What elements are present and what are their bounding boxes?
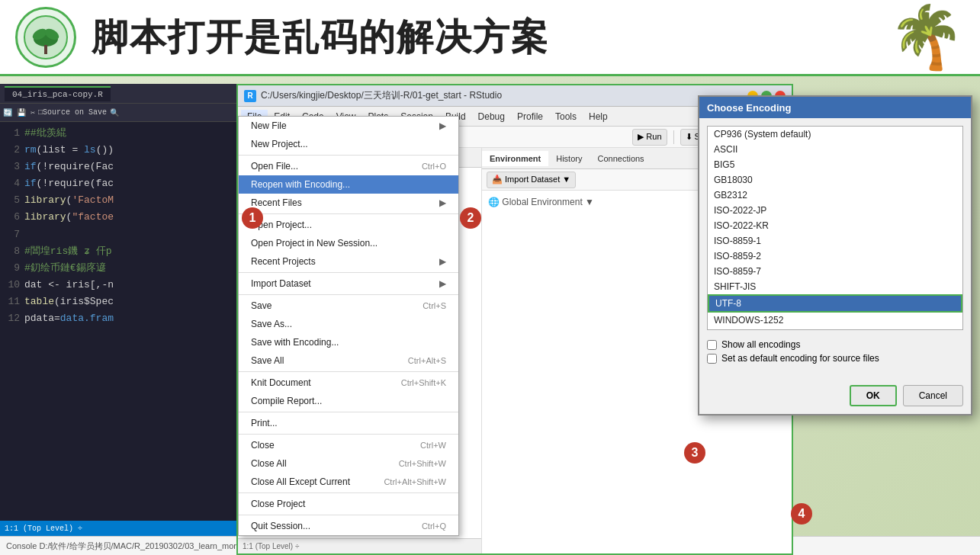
file-dropdown-menu: New File ▶ New Project... Open File... C… [238, 116, 459, 536]
code-line-8: 8#閶堭ris鐖 ʑ 仠p [0, 243, 237, 260]
encoding-dialog: Choose Encoding CP936 (System default) A… [698, 95, 972, 415]
menu-save-encoding[interactable]: Save with Encoding... [239, 333, 458, 351]
set-default-row: Set as default encoding for source files [707, 353, 963, 364]
sep4 [239, 294, 458, 295]
dialog-title: Choose Encoding [699, 97, 971, 118]
sep5 [239, 371, 458, 372]
step-4-label: 4 [791, 503, 812, 525]
ok-button[interactable]: OK [850, 385, 897, 406]
enc-big5[interactable]: BIG5 [708, 157, 962, 172]
dialog-buttons: OK Cancel [699, 380, 971, 414]
menu-profile[interactable]: Profile [511, 110, 549, 124]
editor-tab-bar: 04_iris_pca-copy.R [0, 84, 240, 104]
code-line-12: 12pdata=data.fram [0, 310, 237, 327]
code-line-3: 3if(!require(Fac [0, 159, 237, 175]
enc-cp936[interactable]: CP936 (System default) [708, 127, 962, 142]
menu-print[interactable]: Print... [239, 414, 458, 432]
menu-recent-files[interactable]: Recent Files ▶ [239, 194, 458, 212]
enc-shiftjis[interactable]: SHIFT-JIS [708, 279, 962, 294]
enc-ascii[interactable]: ASCII [708, 142, 962, 157]
menu-open-project[interactable]: Open Project... [239, 216, 458, 234]
enc-iso8859-7[interactable]: ISO-8859-7 [708, 264, 962, 279]
code-line-10: 10dat <- iris[,-n [0, 277, 237, 294]
menu-close-project[interactable]: Close Project [239, 495, 458, 513]
code-line-4: 4if(!require(fac [0, 175, 237, 192]
enc-iso8859-2[interactable]: ISO-8859-2 [708, 249, 962, 264]
tab-history[interactable]: History [548, 151, 590, 166]
import-dataset-btn[interactable]: 📥 Import Dataset ▼ [487, 172, 576, 188]
code-line-1: 1##纰羡緄 [0, 125, 237, 142]
step-2-label: 2 [460, 207, 481, 229]
editor-toolbar: 🔄 💾 ✂️ □Source on Save 🔍 [0, 104, 240, 122]
menu-open-project-new[interactable]: Open Project in New Session... [239, 234, 458, 252]
menu-save[interactable]: Save Ctrl+S [239, 297, 458, 315]
enc-iso2022jp[interactable]: ISO-2022-JP [708, 203, 962, 218]
sep9 [239, 515, 458, 515]
set-default-checkbox[interactable] [707, 354, 717, 364]
palm-decoration: 🌴 [888, 7, 965, 68]
source-on-save: □Source on Save [38, 108, 107, 117]
search-icon[interactable]: 🔍 [110, 108, 119, 117]
menu-recent-projects[interactable]: Recent Projects ▶ [239, 252, 458, 271]
show-all-label: Show all encodings [721, 339, 800, 350]
enc-iso8859-1[interactable]: ISO-8859-1 [708, 233, 962, 249]
menu-save-as[interactable]: Save As... [239, 315, 458, 333]
menu-close-all[interactable]: Close All Ctrl+Shift+W [239, 454, 458, 473]
enc-utf8[interactable]: UTF-8 [708, 294, 962, 313]
step-3-label: 3 [684, 442, 705, 464]
dialog-content: CP936 (System default) ASCII BIG5 GB1803… [699, 118, 971, 380]
sep2 [239, 213, 458, 214]
code-status: 1:1 (Top Level) ÷ [238, 538, 481, 553]
menu-tools[interactable]: Tools [549, 110, 583, 124]
code-area[interactable]: 1##纰羡緄 2rm(list = ls()) 3if(!require(Fac… [0, 122, 240, 330]
code-line-2: 2rm(list = ls()) [0, 142, 237, 159]
tab-environment[interactable]: Environment [482, 151, 548, 166]
left-editor: 04_iris_pca-copy.R 🔄 💾 ✂️ □Source on Sav… [0, 84, 240, 536]
menu-debug[interactable]: Debug [472, 110, 511, 124]
menu-import-dataset[interactable]: Import Dataset ▶ [239, 274, 458, 293]
editor-tab[interactable]: 04_iris_pca-copy.R [5, 86, 111, 101]
set-default-label: Set as default encoding for source files [721, 353, 879, 364]
menu-help[interactable]: Help [583, 110, 614, 124]
main-area: 粲彩 755 粲彩 755 粲彩 755 粲彩 755 粲彩 755 04_ir… [0, 76, 980, 555]
code-line-5: 5library('FactoM [0, 192, 237, 209]
sep8 [239, 492, 458, 493]
menu-compile[interactable]: Compile Report... [239, 392, 458, 410]
menu-open-file[interactable]: Open File... Ctrl+O [239, 157, 458, 175]
sep3 [239, 272, 458, 273]
cancel-button[interactable]: Cancel [903, 385, 963, 406]
menu-new-file[interactable]: New File ▶ [239, 117, 458, 135]
svg-rect-4 [44, 45, 47, 54]
rstudio-title: C:/Users/kingjie/Desktop/三天培训-R/01-get_s… [261, 89, 502, 102]
show-all-checkbox[interactable] [707, 340, 717, 350]
sep1 [239, 155, 458, 156]
code-line-9: 9#釖绘币鏈€錫庝遃 [0, 260, 237, 277]
menu-new-project[interactable]: New Project... [239, 135, 458, 153]
encoding-list[interactable]: CP936 (System default) ASCII BIG5 GB1803… [707, 126, 963, 330]
menu-close[interactable]: Close Ctrl+W [239, 436, 458, 454]
page-title: 脚本打开是乱码的解决方案 [92, 13, 549, 62]
menu-knit[interactable]: Knit Document Ctrl+Shift+K [239, 374, 458, 392]
header: 脚本打开是乱码的解决方案 🌴 [0, 0, 980, 76]
console-text: Console D:/软件/给学员拷贝/MAC/R_20190302/03_le… [6, 541, 243, 552]
enc-gb18030[interactable]: GB18030 [708, 172, 962, 188]
menu-reopen-encoding[interactable]: Reopen with Encoding... [239, 175, 458, 194]
enc-iso2022kr[interactable]: ISO-2022-KR [708, 218, 962, 233]
sep6 [239, 412, 458, 412]
menu-save-all[interactable]: Save All Ctrl+Alt+S [239, 351, 458, 370]
step-1-label: 1 [242, 207, 263, 229]
run-btn[interactable]: ▶ Run [632, 129, 667, 146]
code-line-11: 11table(iris$Spec [0, 294, 237, 310]
rstudio-icon: R [244, 90, 256, 102]
code-line-6: 6library("factoe [0, 209, 237, 226]
editor-status-bar: 1:1 (Top Level) ÷ [0, 521, 240, 536]
menu-quit-session[interactable]: Quit Session... Ctrl+Q [239, 517, 458, 535]
show-all-row: Show all encodings [707, 339, 963, 350]
enc-gb2312[interactable]: GB2312 [708, 188, 962, 203]
code-line-7: 7 [0, 226, 237, 243]
menu-close-except-current[interactable]: Close All Except Current Ctrl+Alt+Shift+… [239, 473, 458, 491]
enc-windows1252[interactable]: WINDOWS-1252 [708, 313, 962, 328]
dialog-checkboxes: Show all encodings Set as default encodi… [707, 330, 963, 373]
tab-connections[interactable]: Connections [590, 151, 651, 166]
toolbar-sep2 [673, 130, 674, 144]
